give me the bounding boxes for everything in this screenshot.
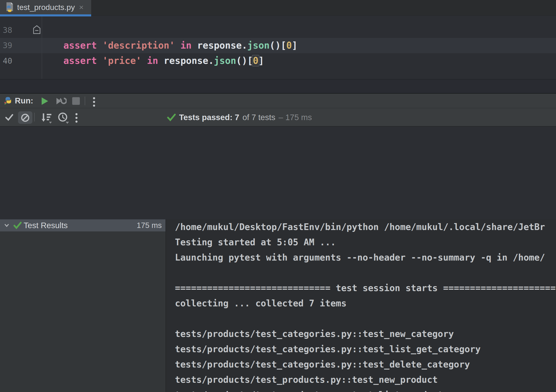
test-results-root-row[interactable]: Test Results 175 ms xyxy=(0,219,165,231)
editor-tab-bar: test_products.py × xyxy=(0,0,556,16)
console-line: /home/mukul/Desktop/FastEnv/bin/python /… xyxy=(175,219,556,235)
line-number: 40 xyxy=(3,53,12,69)
test-duration-clock-icon[interactable] xyxy=(57,112,70,124)
tab-title: test_products.py xyxy=(17,3,75,12)
toolbar-divider xyxy=(85,97,85,105)
run-content: Test Results 175 ms /home/mukul/Desktop/… xyxy=(0,219,556,392)
status-passed-count: Tests passed: 7 xyxy=(179,113,239,122)
tree-root-duration: 175 ms xyxy=(137,221,162,230)
console-line: ============================= test sessi… xyxy=(175,280,556,296)
console-line: Testing started at 5:05 AM ... xyxy=(175,235,556,250)
run-more-options-button[interactable] xyxy=(93,97,95,107)
rerun-failed-tests-button[interactable] xyxy=(55,96,67,106)
show-ignored-button[interactable] xyxy=(18,111,32,124)
console-line: tests/products/test_categories.py::test_… xyxy=(175,357,556,372)
test-results-toolbar: Tests passed: 7 of 7 tests – 175 ms xyxy=(0,108,556,127)
python-run-config-icon xyxy=(4,96,13,106)
tree-root-label: Test Results xyxy=(23,221,68,230)
test-console-output: /home/mukul/Desktop/FastEnv/bin/python /… xyxy=(166,219,556,392)
chevron-down-icon[interactable] xyxy=(3,222,10,229)
code-line-40: 40 xyxy=(0,38,556,53)
show-passed-icon[interactable] xyxy=(5,113,13,121)
status-total: of 7 tests xyxy=(242,113,275,122)
console-line: tests/products/test_products.py::test_li… xyxy=(175,387,556,392)
console-line xyxy=(175,311,556,326)
console-line: Launching pytest with arguments --no-hea… xyxy=(175,250,556,265)
test-more-options-button[interactable] xyxy=(75,113,77,123)
run-label: Run: xyxy=(15,96,33,105)
tab-test-products[interactable]: test_products.py × xyxy=(0,0,91,16)
pycharm-window: 38 assert 'description' in response.json… xyxy=(0,0,556,392)
toolbar-divider xyxy=(34,113,35,122)
console-line: tests/products/test_products.py::test_ne… xyxy=(175,372,556,387)
console-line: tests/products/test_categories.py::test_… xyxy=(175,342,556,357)
python-file-icon xyxy=(4,1,15,13)
tab-close-icon[interactable]: × xyxy=(79,3,84,11)
run-toolbar: Run: xyxy=(0,94,556,108)
sort-by-duration-icon[interactable] xyxy=(41,112,52,123)
bookmark-icon[interactable] xyxy=(32,25,41,34)
code-line-39: 39 assert 'price' in response.json()[0] xyxy=(0,23,556,38)
code-text: assert 'price' in response.json()[0] xyxy=(63,53,264,68)
test-tree-panel[interactable]: Test Results 175 ms xyxy=(0,219,165,392)
run-tool-window: Run: xyxy=(0,93,556,392)
show-ignored-icon xyxy=(20,113,30,123)
test-status-line: Tests passed: 7 of 7 tests – 175 ms xyxy=(167,108,312,126)
test-passed-check-icon xyxy=(13,222,22,229)
console-line: tests/products/test_categories.py::test_… xyxy=(175,326,556,342)
console-line xyxy=(175,265,556,280)
stop-button[interactable] xyxy=(72,97,80,105)
editor-bottom-band xyxy=(0,80,556,93)
console-line: collecting ... collected 7 items xyxy=(175,296,556,311)
rerun-tests-button[interactable] xyxy=(40,96,49,106)
tests-passed-check-icon xyxy=(167,113,176,121)
status-duration: – 175 ms xyxy=(278,113,312,122)
